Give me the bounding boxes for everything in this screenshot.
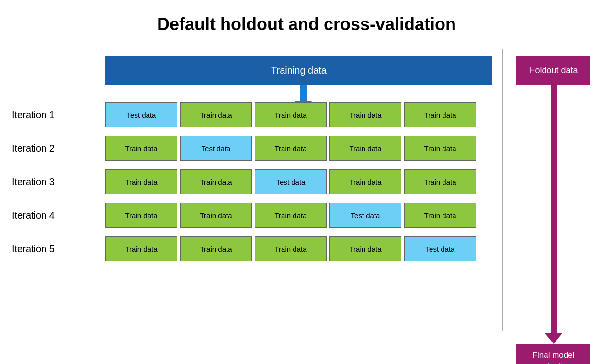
cell-row1-col2: Train data xyxy=(180,102,252,127)
cell-row1-col5: Train data xyxy=(404,102,476,127)
cell-row1-col3: Train data xyxy=(255,102,327,127)
cell-row2-col4: Train data xyxy=(329,136,401,161)
purple-arrow-head xyxy=(545,333,562,344)
cell-row4-col5: Train data xyxy=(404,203,476,228)
cell-row5-col5: Test data xyxy=(404,236,476,261)
iteration-label-4: Iteration 4 xyxy=(12,210,89,221)
final-model-box: Final model evaluation xyxy=(516,344,590,364)
cell-row1-col1: Test data xyxy=(105,102,177,127)
cell-row3-col4: Train data xyxy=(329,169,401,194)
cells-row-4: Train dataTrain dataTrain dataTest dataT… xyxy=(105,203,476,228)
cell-row4-col1: Train data xyxy=(105,203,177,228)
cell-row4-col2: Train data xyxy=(180,203,252,228)
cell-row4-col4: Test data xyxy=(329,203,401,228)
iteration-label-2: Iteration 2 xyxy=(12,143,89,154)
page-title: Default holdout and cross-validation xyxy=(0,0,613,44)
cells-row-3: Train dataTrain dataTest dataTrain dataT… xyxy=(105,169,476,194)
purple-arrow-shaft xyxy=(551,85,557,333)
training-bar: Training data xyxy=(105,56,492,85)
cell-row3-col2: Train data xyxy=(180,169,252,194)
cells-row-2: Train dataTest dataTrain dataTrain dataT… xyxy=(105,136,476,161)
cell-row3-col1: Train data xyxy=(105,169,177,194)
cell-row2-col2: Test data xyxy=(180,136,252,161)
holdout-box: Holdout data xyxy=(516,56,590,85)
cell-row5-col1: Train data xyxy=(105,236,177,261)
cell-row4-col3: Train data xyxy=(255,203,327,228)
iteration-label-3: Iteration 3 xyxy=(12,176,89,188)
cell-row3-col5: Train data xyxy=(404,169,476,194)
blue-arrow-shaft xyxy=(300,85,307,101)
cell-row2-col5: Train data xyxy=(404,136,476,161)
cell-row2-col1: Train data xyxy=(105,136,177,161)
iteration-label-5: Iteration 5 xyxy=(12,243,89,254)
cells-row-5: Train dataTrain dataTrain dataTrain data… xyxy=(105,236,476,261)
cell-row1-col4: Train data xyxy=(329,102,401,127)
iteration-label-1: Iteration 1 xyxy=(12,110,89,121)
cell-row5-col2: Train data xyxy=(180,236,252,261)
cell-row5-col4: Train data xyxy=(329,236,401,261)
cell-row3-col3: Test data xyxy=(255,169,327,194)
cell-row5-col3: Train data xyxy=(255,236,327,261)
cell-row2-col3: Train data xyxy=(255,136,327,161)
cells-row-1: Test dataTrain dataTrain dataTrain dataT… xyxy=(105,102,476,127)
